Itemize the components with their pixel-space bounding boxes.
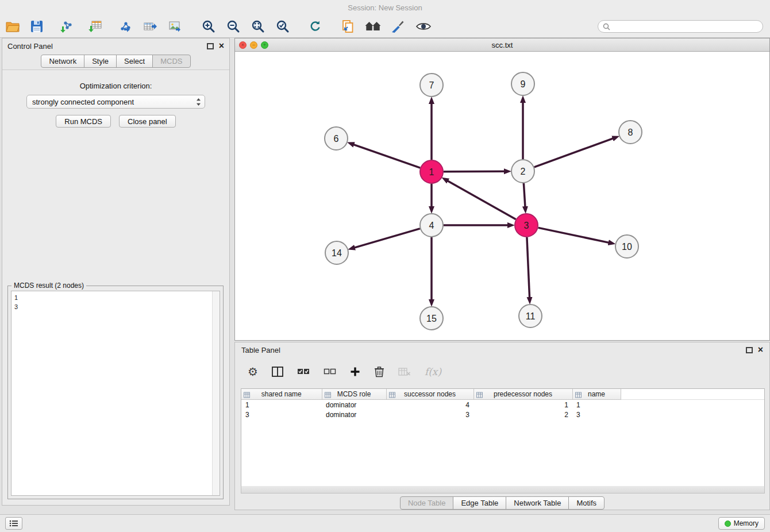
table-row[interactable]: 1dominator411 bbox=[241, 400, 764, 410]
close-window-icon[interactable]: × bbox=[239, 41, 247, 49]
svg-text:3: 3 bbox=[524, 221, 529, 230]
svg-text:4: 4 bbox=[429, 221, 434, 230]
graph-node-7[interactable]: 7 bbox=[420, 74, 443, 97]
show-hide-eye-icon[interactable] bbox=[416, 19, 431, 34]
optimization-criterion-select[interactable]: strongly connected component bbox=[26, 95, 205, 109]
column-header-shared-name[interactable]: shared name bbox=[241, 389, 322, 400]
column-header-predecessor-nodes[interactable]: predecessor nodes bbox=[473, 389, 572, 400]
save-session-icon[interactable] bbox=[29, 19, 44, 34]
open-file-icon[interactable] bbox=[5, 19, 20, 34]
graph-edge-1-6[interactable] bbox=[353, 145, 420, 168]
export-network-icon[interactable] bbox=[118, 19, 133, 34]
svg-text:14: 14 bbox=[332, 248, 342, 258]
column-visibility-icon[interactable] bbox=[272, 367, 283, 377]
deselect-all-rows-icon[interactable] bbox=[324, 368, 336, 376]
zoom-selected-icon[interactable] bbox=[275, 19, 290, 34]
graph-node-3[interactable]: 3 bbox=[515, 214, 538, 237]
search-box[interactable] bbox=[598, 20, 763, 33]
control-panel-header: Control Panel × bbox=[2, 38, 229, 53]
table-row[interactable]: 3dominator323 bbox=[241, 410, 764, 419]
tab-style[interactable]: Style bbox=[84, 55, 117, 68]
table-cell[interactable]: 1 bbox=[473, 400, 572, 410]
tab-mcds[interactable]: MCDS bbox=[152, 55, 190, 68]
table-header-row: shared name MCDS role successor nodes pr… bbox=[241, 389, 764, 400]
result-line: 1 bbox=[14, 293, 211, 302]
search-input[interactable] bbox=[613, 22, 758, 32]
zoom-fit-icon[interactable] bbox=[251, 19, 265, 34]
tab-node-table[interactable]: Node Table bbox=[400, 496, 454, 510]
graph-node-15[interactable]: 15 bbox=[420, 307, 443, 330]
tab-network-table[interactable]: Network Table bbox=[506, 496, 569, 510]
task-history-button[interactable] bbox=[5, 517, 22, 530]
export-table-icon[interactable] bbox=[143, 19, 157, 34]
column-header-successor-nodes[interactable]: successor nodes bbox=[386, 389, 473, 400]
tab-edge-table[interactable]: Edge Table bbox=[453, 496, 506, 510]
control-panel-title: Control Panel bbox=[7, 42, 207, 51]
float-panel-icon[interactable] bbox=[207, 43, 214, 49]
graph-node-9[interactable]: 9 bbox=[511, 72, 534, 95]
table-cell[interactable]: 4 bbox=[386, 400, 473, 410]
table-cell[interactable]: 1 bbox=[572, 400, 621, 410]
graph-node-2[interactable]: 2 bbox=[511, 160, 534, 183]
table-hscrollbar[interactable] bbox=[241, 486, 765, 494]
network-window-titlebar[interactable]: × − + scc.txt bbox=[235, 38, 769, 52]
graph-node-14[interactable]: 14 bbox=[325, 241, 348, 264]
graph-node-1[interactable]: 1 bbox=[420, 160, 443, 183]
import-network-icon[interactable] bbox=[60, 19, 75, 34]
float-table-panel-icon[interactable] bbox=[746, 347, 753, 353]
graph-edge-1-2[interactable] bbox=[444, 171, 505, 172]
graph-edge-3-10[interactable] bbox=[538, 228, 609, 242]
selected-option-label: strongly connected component bbox=[32, 98, 196, 106]
zoom-out-icon[interactable] bbox=[226, 19, 241, 34]
delete-column-icon[interactable] bbox=[374, 366, 384, 377]
graph-node-11[interactable]: 11 bbox=[519, 304, 542, 327]
window-title: Session: New Session bbox=[348, 3, 422, 12]
table-cell[interactable]: 3 bbox=[572, 410, 621, 419]
graph-node-8[interactable]: 8 bbox=[619, 121, 642, 144]
select-all-rows-icon[interactable] bbox=[297, 368, 310, 376]
tab-network[interactable]: Network bbox=[41, 55, 84, 68]
graph-node-4[interactable]: 4 bbox=[420, 214, 443, 237]
svg-text:11: 11 bbox=[526, 311, 536, 321]
zoom-in-icon[interactable] bbox=[201, 19, 216, 34]
graph-edge-2-8[interactable] bbox=[534, 138, 613, 167]
style-brush-icon[interactable] bbox=[390, 19, 405, 34]
network-graph[interactable]: 7968124314101511 bbox=[235, 52, 769, 342]
graph-edge-4-14[interactable] bbox=[355, 229, 420, 248]
graph-node-10[interactable]: 10 bbox=[615, 235, 638, 258]
table-cell[interactable]: dominator bbox=[322, 400, 386, 410]
refresh-layout-icon[interactable] bbox=[308, 19, 323, 34]
column-header-name[interactable]: name bbox=[572, 389, 621, 400]
graph-edge-3-1[interactable] bbox=[448, 181, 516, 219]
run-mcds-button[interactable]: Run MCDS bbox=[56, 115, 111, 128]
memory-button[interactable]: Memory bbox=[718, 517, 765, 530]
dropdown-arrows-icon bbox=[196, 98, 201, 106]
graph-edge-3-11[interactable] bbox=[527, 237, 530, 298]
svg-text:1: 1 bbox=[429, 167, 434, 177]
table-cell[interactable]: dominator bbox=[322, 410, 386, 419]
close-panel-button[interactable]: Close panel bbox=[119, 115, 176, 128]
table-panel-header: Table Panel × bbox=[235, 342, 769, 357]
tab-motifs[interactable]: Motifs bbox=[568, 496, 605, 510]
column-header-mcds-role[interactable]: MCDS role bbox=[322, 389, 386, 400]
maximize-window-icon[interactable]: + bbox=[261, 41, 268, 49]
graph-edge-2-3[interactable] bbox=[523, 183, 525, 207]
table-cell-filler bbox=[621, 400, 764, 410]
graph-node-6[interactable]: 6 bbox=[325, 127, 348, 150]
minimize-window-icon[interactable]: − bbox=[250, 41, 257, 49]
copy-document-icon[interactable] bbox=[340, 19, 355, 34]
nested-networks-home-icon[interactable] bbox=[365, 19, 381, 34]
table-cell[interactable]: 3 bbox=[241, 410, 322, 419]
tab-select[interactable]: Select bbox=[116, 55, 153, 68]
add-column-icon[interactable] bbox=[350, 367, 360, 377]
import-table-icon[interactable] bbox=[88, 19, 103, 34]
result-scrollbar[interactable] bbox=[212, 291, 220, 495]
table-cell[interactable]: 2 bbox=[473, 410, 572, 419]
table-cell[interactable]: 3 bbox=[386, 410, 473, 419]
mcds-result-list[interactable]: 1 3 bbox=[11, 291, 220, 496]
export-image-icon[interactable] bbox=[168, 19, 183, 34]
table-cell[interactable]: 1 bbox=[241, 400, 322, 410]
table-settings-gear-icon[interactable]: ⚙ bbox=[248, 366, 258, 377]
close-table-panel-icon[interactable]: × bbox=[758, 345, 763, 354]
close-panel-icon[interactable]: × bbox=[219, 41, 224, 51]
